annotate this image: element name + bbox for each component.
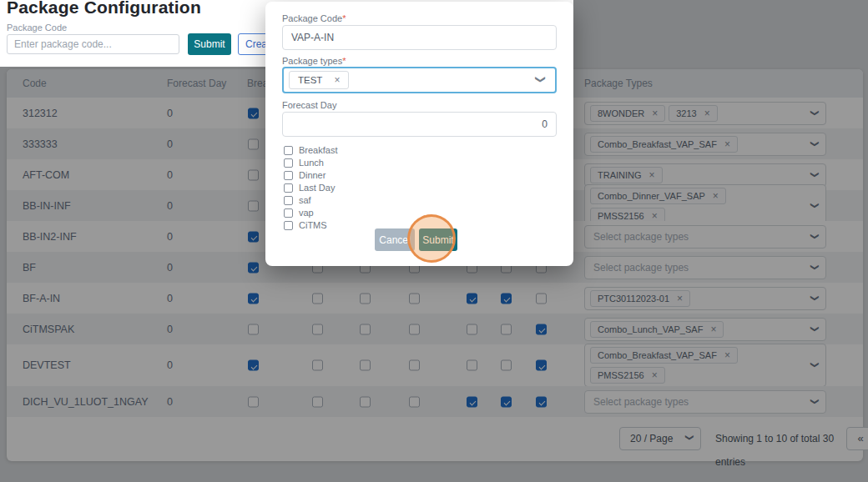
search-submit-button[interactable]: Submit [188,33,231,55]
page-title: Package Configuration [7,0,201,18]
checkbox-label: Breakfast [299,145,337,155]
checkbox[interactable] [284,146,293,155]
checkbox[interactable] [284,208,293,218]
modal-package-code-input[interactable] [282,25,557,50]
modal-checkbox-vap[interactable]: vap [284,208,314,218]
checkbox-label: vap [299,208,314,218]
package-code-label: Package Code [7,23,67,33]
checkbox[interactable] [284,158,293,168]
checkbox-label: CiTMS [299,220,327,230]
required-asterisk: * [342,13,346,23]
checkbox-label: Last Day [299,183,335,193]
remove-tag-icon[interactable]: × [334,74,340,86]
chevron-down-icon: ❯ [535,75,547,83]
checkbox-label: saf [299,195,311,205]
modal-checkbox-breakfast[interactable]: Breakfast [284,145,337,155]
modal-package-types-label: Package types* [282,56,346,66]
checkbox[interactable] [284,221,293,230]
modal-forecast-day-input[interactable] [282,112,557,137]
modal-checkbox-dinner[interactable]: Dinner [284,170,326,180]
cancel-button[interactable]: Cancel [375,228,415,251]
modal-checkbox-last-day[interactable]: Last Day [284,183,335,193]
modal-package-types-select[interactable]: TEST × ❯ [282,67,557,93]
checkbox-label: Dinner [299,170,326,180]
modal-forecast-day-label: Forecast Day [282,100,336,110]
required-asterisk: * [342,56,346,66]
selected-type-chip: TEST × [289,71,349,89]
checkbox[interactable] [284,171,293,180]
checkbox-label: Lunch [299,158,324,168]
submit-button[interactable]: Submit [419,228,457,251]
checkbox[interactable] [284,196,293,205]
modal-package-code-label: Package Code* [282,13,346,23]
modal-checkbox-citms[interactable]: CiTMS [284,220,327,230]
package-code-search-input[interactable] [7,34,179,54]
package-configuration-screen: CodeForecast DayBreakfastLunchDinnerLast… [0,0,868,482]
modal-checkbox-lunch[interactable]: Lunch [284,158,324,168]
checkbox[interactable] [284,183,293,193]
chip-label: TEST [298,75,322,85]
modal-checkbox-saf[interactable]: saf [284,195,311,205]
package-dialog: Package Code* Package types* TEST × ❯ Fo… [265,2,573,266]
